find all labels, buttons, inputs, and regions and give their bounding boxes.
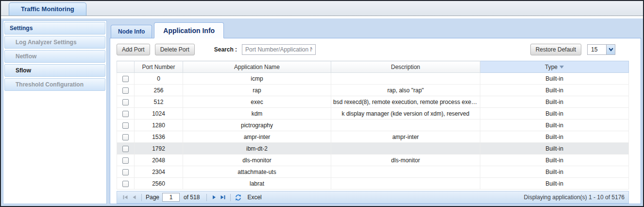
main-area: Node Info Application Info Add Port Dele… bbox=[110, 20, 641, 204]
cell-type: Built-in bbox=[480, 131, 629, 143]
table-row[interactable]: 2304attachmate-utsBuilt-in bbox=[117, 166, 629, 178]
table-row[interactable]: 1280pictrographyBuilt-in bbox=[117, 120, 629, 131]
cell-type: Built-in bbox=[480, 73, 629, 85]
app-window: Traffic Monitoring Settings Log Analyzer… bbox=[0, 0, 644, 207]
prev-page-icon[interactable] bbox=[130, 193, 138, 202]
tab-application-info[interactable]: Application Info bbox=[154, 22, 224, 38]
settings-sidebar: Settings Log Analyzer Settings Netflow S… bbox=[3, 20, 107, 204]
column-header-port-number[interactable]: Port Number bbox=[135, 61, 183, 73]
chevron-down-icon[interactable] bbox=[606, 45, 615, 54]
cell-description: rap, also "rap" bbox=[331, 85, 480, 96]
cell-description bbox=[331, 73, 480, 85]
sort-desc-icon bbox=[559, 66, 564, 69]
row-checkbox-cell bbox=[117, 108, 135, 120]
cell-type: Built-in bbox=[480, 120, 629, 131]
tab-node-info[interactable]: Node Info bbox=[111, 25, 152, 38]
cell-type: Built-in bbox=[480, 108, 629, 120]
column-header-type[interactable]: Type bbox=[480, 61, 629, 73]
cell-description bbox=[331, 143, 480, 155]
sidebar-item-netflow[interactable]: Netflow bbox=[4, 50, 105, 63]
sidebar-item-threshold-configuration[interactable]: Threshold Configuration bbox=[4, 78, 105, 91]
delete-port-button[interactable]: Delete Port bbox=[155, 44, 195, 55]
sidebar-item-log-analyzer-settings[interactable]: Log Analyzer Settings bbox=[4, 36, 105, 49]
page-size-value: 15 bbox=[588, 45, 606, 54]
cell-type: Built-in bbox=[480, 143, 629, 155]
table-row[interactable]: 2048dls-monitordls-monitorBuilt-in bbox=[117, 155, 629, 166]
cell-description: k display manager (kde version of xdm), … bbox=[331, 108, 480, 120]
table-row[interactable]: 1536ampr-interampr-interBuilt-in bbox=[117, 131, 629, 143]
cell-application-name: icmp bbox=[183, 73, 331, 85]
row-checkbox[interactable] bbox=[122, 169, 129, 175]
cell-port-number: 1280 bbox=[135, 120, 183, 131]
column-header-application-name[interactable]: Application Name bbox=[183, 61, 331, 73]
table-row[interactable]: 2560labratBuilt-in bbox=[117, 178, 629, 190]
cell-port-number: 2304 bbox=[135, 166, 183, 178]
row-checkbox[interactable] bbox=[122, 134, 129, 140]
toolbar: Add Port Delete Port Search : Restore De… bbox=[110, 38, 641, 61]
pager-separator bbox=[141, 194, 142, 201]
row-checkbox[interactable] bbox=[122, 87, 129, 94]
row-checkbox-cell bbox=[117, 143, 135, 155]
add-port-button[interactable]: Add Port bbox=[117, 44, 150, 55]
cell-port-number: 512 bbox=[135, 96, 183, 108]
row-checkbox[interactable] bbox=[122, 76, 129, 82]
cell-description bbox=[331, 178, 480, 190]
cell-description: dls-monitor bbox=[331, 155, 480, 166]
grid-body: 0icmpBuilt-in256raprap, also "rap"Built-… bbox=[117, 73, 629, 190]
tab-traffic-monitoring[interactable]: Traffic Monitoring bbox=[9, 2, 86, 16]
page-count-label: of 518 bbox=[184, 194, 200, 201]
sidebar-header-settings[interactable]: Settings bbox=[4, 22, 105, 34]
row-checkbox[interactable] bbox=[122, 99, 129, 105]
row-checkbox-cell bbox=[117, 73, 135, 85]
inner-tabbar: Node Info Application Info bbox=[110, 20, 641, 38]
cell-application-name: ampr-inter bbox=[183, 131, 331, 143]
cell-application-name: kdm bbox=[183, 108, 331, 120]
next-page-icon[interactable] bbox=[210, 193, 219, 202]
content-area: Settings Log Analyzer Settings Netflow S… bbox=[1, 18, 643, 206]
cell-application-name: rap bbox=[183, 85, 331, 96]
cell-type: Built-in bbox=[480, 178, 629, 190]
cell-port-number: 0 bbox=[135, 73, 183, 85]
cell-port-number: 1024 bbox=[135, 108, 183, 120]
row-checkbox[interactable] bbox=[122, 146, 129, 152]
search-label: Search : bbox=[214, 46, 237, 53]
cell-application-name: attachmate-uts bbox=[183, 166, 331, 178]
row-checkbox-cell bbox=[117, 155, 135, 166]
column-header-description[interactable]: Description bbox=[331, 61, 480, 73]
pager-separator bbox=[206, 194, 207, 201]
row-checkbox-cell bbox=[117, 166, 135, 178]
excel-export-link[interactable]: Excel bbox=[247, 194, 261, 201]
cell-type: Built-in bbox=[480, 96, 629, 108]
page-number-input[interactable] bbox=[162, 193, 180, 202]
cell-type: Built-in bbox=[480, 85, 629, 96]
row-checkbox[interactable] bbox=[122, 122, 129, 129]
page-size-select[interactable]: 15 bbox=[587, 44, 615, 55]
table-row[interactable]: 256raprap, also "rap"Built-in bbox=[117, 85, 629, 96]
cell-type: Built-in bbox=[480, 166, 629, 178]
column-header-type-label: Type bbox=[545, 64, 558, 70]
first-page-icon[interactable] bbox=[121, 193, 130, 202]
table-row[interactable]: 0icmpBuilt-in bbox=[117, 73, 629, 85]
table-row[interactable]: 512execbsd rexecd(8), remote execution, … bbox=[117, 96, 629, 108]
pager-separator bbox=[230, 194, 231, 201]
table-row[interactable]: 1024kdmk display manager (kde version of… bbox=[117, 108, 629, 120]
application-info-panel: Add Port Delete Port Search : Restore De… bbox=[110, 38, 641, 204]
row-checkbox[interactable] bbox=[122, 157, 129, 164]
cell-application-name: dls-monitor bbox=[183, 155, 331, 166]
cell-port-number: 1536 bbox=[135, 131, 183, 143]
row-checkbox[interactable] bbox=[122, 181, 129, 187]
cell-description bbox=[331, 166, 480, 178]
cell-port-number: 256 bbox=[135, 85, 183, 96]
refresh-icon[interactable] bbox=[234, 193, 242, 202]
last-page-icon[interactable] bbox=[219, 193, 227, 202]
pager-bar: Page of 518 bbox=[117, 191, 629, 204]
row-checkbox[interactable] bbox=[122, 111, 129, 117]
table-row[interactable]: 1792ibm-dt-2Built-in bbox=[117, 143, 629, 155]
sidebar-item-sflow[interactable]: Sflow bbox=[4, 64, 105, 77]
window-tabbar: Traffic Monitoring bbox=[1, 1, 643, 16]
restore-default-button[interactable]: Restore Default bbox=[530, 44, 581, 55]
cell-port-number: 2560 bbox=[135, 178, 183, 190]
cell-type: Built-in bbox=[480, 155, 629, 166]
cell-port-number: 1792 bbox=[135, 143, 183, 155]
search-input[interactable] bbox=[242, 44, 316, 55]
